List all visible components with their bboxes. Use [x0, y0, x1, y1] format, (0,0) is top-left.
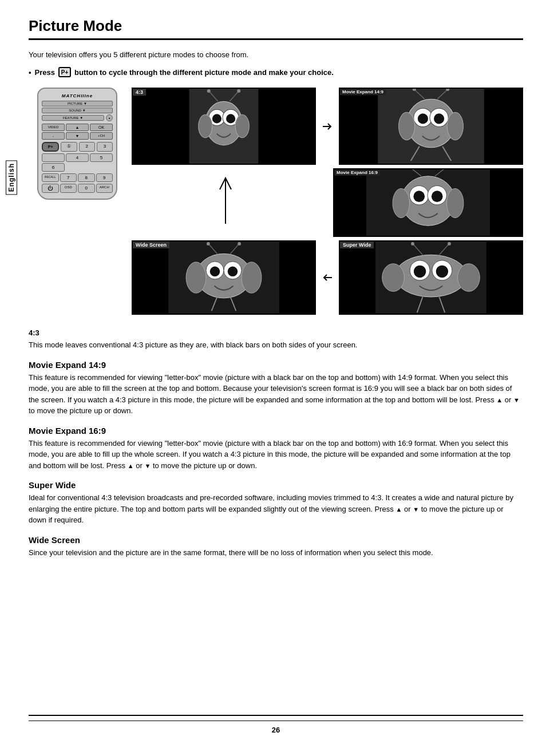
svg-point-29	[447, 112, 463, 140]
svg-point-43	[446, 188, 463, 217]
modes-layout: 4:3	[132, 88, 523, 315]
svg-point-67	[448, 242, 451, 246]
remote-num-4[interactable]: 4	[66, 153, 89, 162]
section-169-title: Movie Expand 16:9	[29, 426, 523, 436]
left-bar-43	[133, 89, 173, 164]
section-43: 4:3 This mode leaves conventional 4:3 pi…	[29, 328, 523, 351]
footer-divider	[29, 721, 523, 721]
remote-power-btn[interactable]: ⏻	[42, 184, 59, 193]
intro-text: Your television offers you 5 different p…	[29, 50, 523, 59]
svg-rect-17	[484, 89, 494, 164]
mode-43-box: 4:3	[132, 88, 316, 165]
page-title: Picture Mode	[29, 17, 523, 35]
section-movie-169: Movie Expand 16:9 This feature is recomm…	[29, 426, 523, 472]
modes-bottom-row: Wide Screen	[132, 240, 523, 315]
cartoon-widescreen	[133, 242, 315, 314]
title-divider	[29, 38, 523, 40]
remote-ok-btn[interactable]: OK	[90, 124, 113, 131]
svg-point-53	[238, 242, 241, 246]
bullet-symbol: •	[29, 68, 31, 77]
remote-num-8[interactable]: 8	[78, 173, 95, 182]
svg-point-48	[210, 267, 220, 276]
section-43-title: 4:3	[29, 328, 523, 337]
vertical-arrow-up	[208, 172, 243, 229]
svg-point-14	[235, 114, 249, 137]
remote-osd-btn[interactable]: OSD	[60, 184, 77, 193]
mode-149-box: Movie Expand 14:9	[339, 88, 523, 165]
bullet-row: • Press P+ button to cycle through the d…	[29, 67, 523, 77]
section-superwide-title: Super Wide	[29, 480, 523, 490]
remote-video-btn[interactable]: VIDEO	[42, 124, 65, 131]
remote-ch-plus-btn[interactable]: +CH	[90, 132, 113, 140]
section-149-body: This feature is recommended for viewing …	[29, 372, 523, 417]
remote-sound-row: SOUND ▼	[42, 108, 113, 113]
picture-mode-button-icon: P+	[58, 67, 71, 77]
remote-picture-btn[interactable]: PICTURE ▼	[42, 101, 113, 106]
sidebar-english-label: English	[6, 160, 17, 195]
press-label: Press	[35, 68, 55, 77]
remote-num-2[interactable]: 2	[79, 142, 95, 152]
cartoon-149	[340, 89, 522, 164]
remote-special-row: P+ ① 2 3	[42, 142, 113, 152]
remote-blank-btn[interactable]	[42, 153, 65, 162]
section-superwide-body: Ideal for conventional 4:3 television br…	[29, 492, 523, 526]
remote-top-buttons: PICTURE ▼ SOUND ▼ FEATURE ▼ ●	[42, 101, 113, 121]
remote-down-btn[interactable]: ▼	[66, 132, 89, 140]
svg-point-51	[207, 242, 210, 246]
remote-num-5[interactable]: 5	[90, 153, 113, 162]
remote-up-btn[interactable]: ▲	[66, 124, 89, 131]
arrow-right-top	[321, 88, 334, 165]
remote-num-0[interactable]: 0	[78, 184, 95, 193]
arrow-up-area	[132, 165, 319, 237]
svg-point-55	[242, 262, 262, 293]
svg-point-8	[226, 114, 235, 123]
remote-bottom-row: ⏻ OSD 0 ARCH	[42, 184, 113, 193]
remote-num-3[interactable]: 3	[97, 142, 113, 152]
svg-point-63	[436, 266, 448, 278]
remote-feature-btn[interactable]: FEATURE ▼	[42, 115, 104, 121]
section-widescreen-body: Since your television and the picture ar…	[29, 547, 523, 559]
remote-p-plus-btn[interactable]: P+	[42, 142, 59, 152]
spacer-middle	[319, 165, 333, 237]
remote-vol-minus-btn[interactable]: -	[42, 132, 65, 140]
page-container: English Picture Mode Your television off…	[0, 0, 546, 756]
diagram-area: MATCHIIIne PICTURE ▼ SOUND ▼ FEATURE ▼ ●	[29, 88, 523, 315]
arrow-left-bottom	[321, 240, 334, 315]
remote-number-grid: 4 5 6	[42, 153, 113, 172]
svg-point-12	[237, 89, 240, 93]
svg-point-65	[411, 242, 414, 246]
modes-middle-section: Movie Expand 16:9	[132, 165, 523, 237]
remote-brand: MATCHIIIne	[42, 93, 113, 98]
svg-point-7	[212, 114, 221, 123]
svg-point-37	[432, 191, 443, 202]
mode-43-label: 4:3	[133, 89, 146, 96]
remote-sound-btn[interactable]: SOUND ▼	[42, 108, 113, 113]
remote-num-6[interactable]: 6	[42, 163, 65, 172]
remote-control-container: MATCHIIIne PICTURE ▼ SOUND ▼ FEATURE ▼ ●	[29, 88, 126, 200]
main-content: Picture Mode Your television offers you …	[29, 0, 523, 558]
remote-num-9[interactable]: 9	[96, 173, 113, 182]
section-movie-149: Movie Expand 14:9 This feature is recomm…	[29, 360, 523, 417]
mode-169-label: Movie Expand 16:9	[334, 169, 380, 176]
remote-control: MATCHIIIne PICTURE ▼ SOUND ▼ FEATURE ▼ ●	[37, 88, 117, 200]
svg-point-36	[413, 191, 425, 202]
remote-picture-row: PICTURE ▼	[42, 101, 113, 106]
cartoon-169	[334, 169, 522, 236]
section-149-title: Movie Expand 14:9	[29, 360, 523, 370]
section-169-body: This feature is recommended for viewing …	[29, 438, 523, 472]
mode-149-label: Movie Expand 14:9	[340, 89, 386, 95]
page-number: 26	[272, 726, 280, 734]
section-super-wide: Super Wide Ideal for conventional 4:3 te…	[29, 480, 523, 526]
svg-point-69	[458, 264, 480, 291]
remote-feature-row: FEATURE ▼ ●	[42, 114, 113, 121]
cartoon-superwide	[340, 242, 522, 314]
svg-point-54	[186, 262, 206, 293]
remote-789-row: RECALL 7 8 9	[42, 173, 113, 182]
remote-arch-btn[interactable]: ARCH	[96, 184, 113, 193]
remote-circle-btn[interactable]: ●	[106, 114, 113, 121]
remote-num-7[interactable]: 7	[60, 173, 77, 182]
remote-num-1[interactable]: ①	[61, 142, 77, 152]
right-bar-43	[275, 89, 315, 164]
svg-point-10	[207, 89, 211, 93]
remote-recall-btn[interactable]: RECALL	[42, 173, 59, 182]
